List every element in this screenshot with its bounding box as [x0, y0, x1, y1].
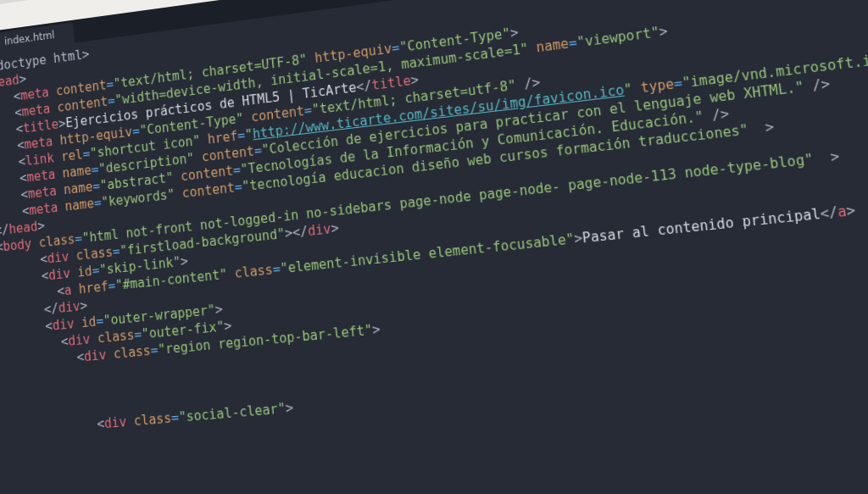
tab-label: index.html — [4, 29, 55, 47]
editor-window: Help index.html 123456789101112131415161… — [0, 0, 868, 494]
code-content[interactable]: <!doctype html><head> <meta content="tex… — [0, 0, 868, 494]
editor-area: 1234567891011121314151617181920212223 <!… — [0, 0, 868, 494]
